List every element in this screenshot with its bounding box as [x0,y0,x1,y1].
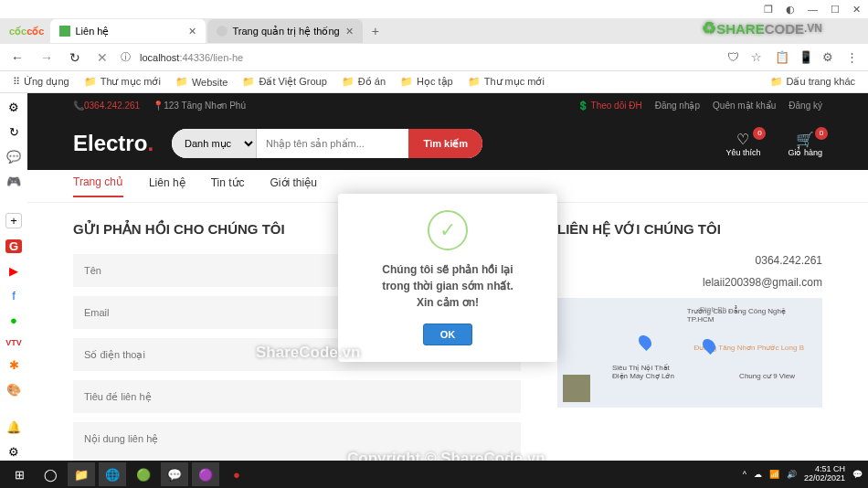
extension-icon[interactable]: ⚙ [822,50,837,65]
shield-icon[interactable]: 🛡 [727,50,742,65]
browser-taskbar[interactable]: 🌐 [99,462,126,486]
forward-button[interactable]: → [37,50,57,65]
minimize-button[interactable]: — [808,4,818,15]
contact-phone: 0364.242.261 [557,254,822,267]
close-window-button[interactable]: ✕ [852,4,861,16]
new-tab-button[interactable]: + [365,24,386,38]
nav-news[interactable]: Tin tức [211,176,245,196]
notifications-icon[interactable]: 💬 [852,470,863,479]
weather-icon[interactable]: ☁ [754,470,762,479]
bookmark-folder[interactable]: 📁Đất Việt Group [237,74,332,90]
cart-label: Giỏ hàng [788,148,822,157]
wishlist-label: Yêu thích [725,148,760,157]
palette-icon[interactable]: 🎨 [5,383,22,397]
contact-title: LIÊN HỆ VỚI CHÚNG TÔI [557,221,822,238]
site-topbar: 📞 0364.242.261 📍 123 Tăng Nhơn Phú 💲 The… [27,93,868,117]
messenger-icon[interactable]: 💬 [5,150,22,164]
forgot-password-link[interactable]: Quên mật khẩu [713,101,776,111]
reload-button[interactable]: ↻ [66,50,84,65]
tray-expand[interactable]: ^ [743,470,746,479]
subject-field[interactable] [73,380,521,413]
nav-contact[interactable]: Liên hệ [149,176,185,196]
contact-email: lelaii200398@gmail.com [557,276,822,289]
gear-icon[interactable]: ⚙ [5,101,22,114]
site-info-icon[interactable]: ⓘ [121,50,131,64]
topbar-phone: 0364.242.261 [84,101,140,111]
cart-badge: 0 [815,127,828,140]
cart-button[interactable]: 🛒 Giỏ hàng 0 [788,131,822,157]
bookmarks-bar: ⠿Ứng dụng 📁Thư mục mới 📁Website 📁Đất Việ… [0,71,868,93]
bookmark-folder[interactable]: 📁Thư mục mới [462,74,550,90]
volume-icon[interactable]: 🔊 [787,470,797,479]
search-button[interactable]: Tìm kiếm [408,129,482,158]
file-explorer[interactable]: 📁 [68,462,95,486]
register-link[interactable]: Đăng ký [789,101,822,111]
clock[interactable]: 4:51 CH 22/02/2021 [804,465,845,483]
login-link[interactable]: Đăng nhập [655,101,700,111]
vtv-icon[interactable]: VTV [5,338,22,347]
bookmark-folder[interactable]: 📁Thư mục mới [79,74,166,90]
menu-icon[interactable]: ⋮ [846,50,861,65]
wishlist-badge: 0 [753,127,766,140]
bookmark-folder[interactable]: 📁Đồ án [336,74,391,90]
bookmark-folder[interactable]: 📁Website [170,74,234,90]
contact-section: LIÊN HỆ VỚI CHÚNG TÔI 0364.242.261 lelai… [557,221,822,481]
cortana-button[interactable]: ◯ [37,462,64,486]
tab-title: Trang quản trị hệ thống [233,26,340,37]
star-icon[interactable]: ✱ [5,358,22,372]
tab-title: Liên hệ [76,26,110,37]
bell-icon[interactable]: 🔔 [5,420,22,434]
star-icon[interactable]: ☆ [751,50,766,65]
clipboard-icon[interactable]: 📋 [775,50,789,65]
bookmark-folder[interactable]: 📁Học tập [395,74,459,90]
browser-tab[interactable]: Trang quản trị hệ thống ✕ [207,19,363,43]
theme-icon[interactable]: ◐ [786,4,795,16]
blank-icon [5,408,22,410]
wishlist-button[interactable]: ♡ Yêu thích 0 [725,131,760,157]
category-select[interactable]: Danh mục [172,129,257,158]
site-header: Electro. Danh mục Tìm kiếm ♡ Yêu thích 0… [27,117,868,170]
maximize-button[interactable]: ☐ [831,4,840,16]
favicon-icon [59,26,70,37]
add-icon[interactable]: + [5,213,22,228]
success-modal: ✓ Chúng tôi sẽ phản hồi lại trong thời g… [338,194,557,362]
facebook-icon[interactable]: f [5,289,22,302]
browser-tab-active[interactable]: Liên hệ ✕ [50,19,206,43]
close-tab-button[interactable]: ✕ [345,26,354,37]
address-bar: ← → ↻ ✕ ⓘ localhost:44336/lien-he 🛡 ☆ 📋 … [0,44,868,71]
search-input[interactable] [257,129,408,158]
browser-sidebar: ⚙ ↻ 💬 🎮 + G ▶ f ● VTV ✱ 🎨 🔔 ⚙ [0,93,27,459]
gmail-icon[interactable]: G [5,239,22,253]
other-bookmarks[interactable]: 📁Dấu trang khác [765,74,861,90]
line-icon[interactable]: ● [5,313,22,327]
zalo-taskbar[interactable]: 💬 [161,462,188,486]
youtube-icon[interactable]: ▶ [5,264,22,278]
site-logo[interactable]: Electro. [73,131,153,156]
start-button[interactable]: ⊞ [5,462,33,486]
stop-button[interactable]: ✕ [93,50,111,65]
mobile-icon[interactable]: 📱 [799,50,813,65]
track-order-link[interactable]: 💲 Theo dõi ĐH [577,101,642,111]
coccoc-taskbar[interactable]: 🟢 [130,462,157,486]
settings-icon[interactable]: ⚙ [5,445,22,459]
back-button[interactable]: ← [7,50,27,65]
record-taskbar[interactable]: ● [223,462,250,486]
browser-logo: cốccốc [4,26,50,37]
favicon-icon [217,26,228,37]
nav-about[interactable]: Giới thiệu [270,176,317,196]
url-text[interactable]: localhost:44336/lien-he [140,52,718,63]
map-embed[interactable]: Trường Cao Đẳng Công NghệTP.HCM Đường Tă… [557,298,822,408]
ok-button[interactable]: OK [423,324,473,345]
nav-home[interactable]: Trang chủ [73,175,123,197]
close-tab-button[interactable]: ✕ [188,26,196,37]
wifi-icon[interactable]: 📶 [769,470,779,479]
restore-down-icon[interactable]: ❐ [764,4,773,16]
check-icon: ✓ [428,210,468,250]
blank-icon [5,199,22,202]
game-icon[interactable]: 🎮 [5,175,22,188]
apps-button[interactable]: ⠿Ứng dụng [7,74,75,90]
vs-taskbar[interactable]: 🟣 [192,462,219,486]
topbar-address: 123 Tăng Nhơn Phú [164,101,246,111]
reload-icon[interactable]: ↻ [5,125,22,139]
browser-tabbar: cốccốc Liên hệ ✕ Trang quản trị hệ thống… [0,18,868,44]
